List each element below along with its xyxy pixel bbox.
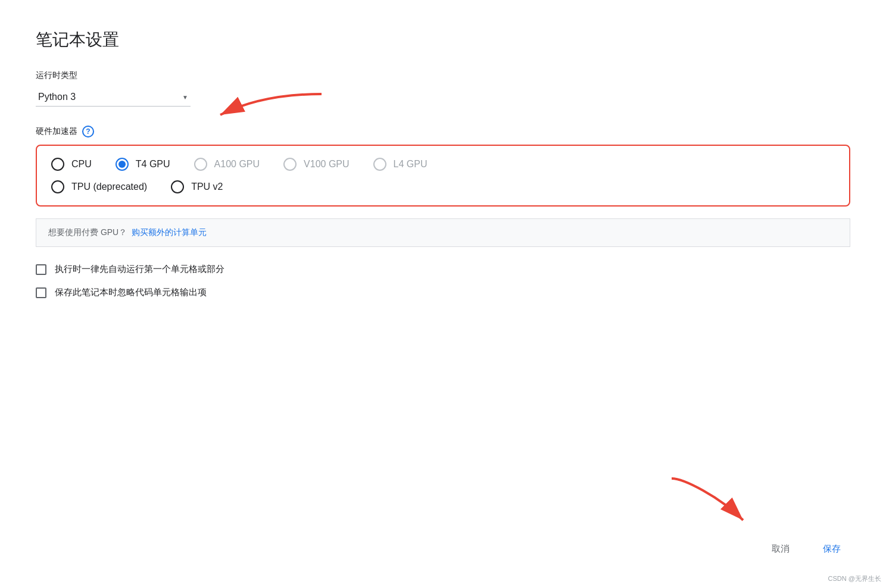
hardware-section: 硬件加速器 ? CPU T4 GPU A100 GPU V100 G <box>36 126 850 207</box>
hardware-help-icon[interactable]: ? <box>82 126 94 137</box>
radio-a100gpu[interactable]: A100 GPU <box>194 158 260 171</box>
hardware-section-label: 硬件加速器 ? <box>36 126 850 137</box>
hardware-row-2: TPU (deprecated) TPU v2 <box>51 180 835 193</box>
radio-l4gpu[interactable]: L4 GPU <box>373 158 428 171</box>
checkbox-auto-run-label: 执行时一律先自动运行第一个单元格或部分 <box>55 264 224 275</box>
radio-label-cpu: CPU <box>71 159 92 170</box>
radio-label-v100gpu: V100 GPU <box>304 159 349 170</box>
gpu-info-banner: 想要使用付费 GPU？ 购买额外的计算单元 <box>36 218 850 247</box>
checkbox-auto-run[interactable]: 执行时一律先自动运行第一个单元格或部分 <box>36 264 850 275</box>
checkbox-auto-run-box[interactable] <box>36 264 46 275</box>
annotation-arrow-bottom <box>660 473 755 534</box>
checkbox-ignore-output-box[interactable] <box>36 287 46 298</box>
radio-label-a100gpu: A100 GPU <box>214 159 260 170</box>
page-title: 笔记本设置 <box>36 29 850 51</box>
checkbox-ignore-output-label: 保存此笔记本时忽略代码单元格输出项 <box>55 287 207 298</box>
radio-label-tpu-deprecated: TPU (deprecated) <box>71 182 147 192</box>
buy-compute-units-link[interactable]: 购买额外的计算单元 <box>132 227 207 238</box>
radio-circle-tpu-deprecated <box>51 180 64 193</box>
radio-circle-cpu <box>51 158 64 171</box>
radio-tpu-v2[interactable]: TPU v2 <box>171 180 223 193</box>
radio-circle-v100gpu <box>283 158 297 171</box>
runtime-section-label: 运行时类型 <box>36 70 850 81</box>
dropdown-arrow-icon: ▼ <box>182 94 188 101</box>
save-button[interactable]: 保存 <box>813 539 850 559</box>
gpu-info-text: 想要使用付费 GPU？ <box>48 227 127 238</box>
hardware-options-box: CPU T4 GPU A100 GPU V100 GPU L4 GPU <box>36 145 850 207</box>
hardware-label-text: 硬件加速器 <box>36 126 77 137</box>
radio-circle-t4gpu <box>116 158 129 171</box>
cancel-button[interactable]: 取消 <box>762 539 799 559</box>
runtime-label: 运行时类型 <box>36 70 77 81</box>
radio-label-tpu-v2: TPU v2 <box>191 182 223 192</box>
radio-label-l4gpu: L4 GPU <box>394 159 428 170</box>
runtime-type-select[interactable]: Python 3 ▼ <box>36 88 191 107</box>
radio-circle-tpu-v2 <box>171 180 184 193</box>
radio-cpu[interactable]: CPU <box>51 158 92 171</box>
radio-circle-l4gpu <box>373 158 386 171</box>
hardware-row-1: CPU T4 GPU A100 GPU V100 GPU L4 GPU <box>51 158 835 171</box>
radio-t4gpu[interactable]: T4 GPU <box>116 158 170 171</box>
radio-label-t4gpu: T4 GPU <box>136 159 170 170</box>
radio-tpu-deprecated[interactable]: TPU (deprecated) <box>51 180 147 193</box>
watermark: CSDN @无界生长 <box>828 574 881 583</box>
runtime-selected-value: Python 3 <box>38 92 177 102</box>
radio-v100gpu[interactable]: V100 GPU <box>283 158 349 171</box>
checkbox-ignore-output[interactable]: 保存此笔记本时忽略代码单元格输出项 <box>36 287 850 298</box>
radio-circle-a100gpu <box>194 158 207 171</box>
checkbox-section: 执行时一律先自动运行第一个单元格或部分 保存此笔记本时忽略代码单元格输出项 <box>36 264 850 298</box>
footer-buttons: 取消 保存 <box>762 539 850 559</box>
